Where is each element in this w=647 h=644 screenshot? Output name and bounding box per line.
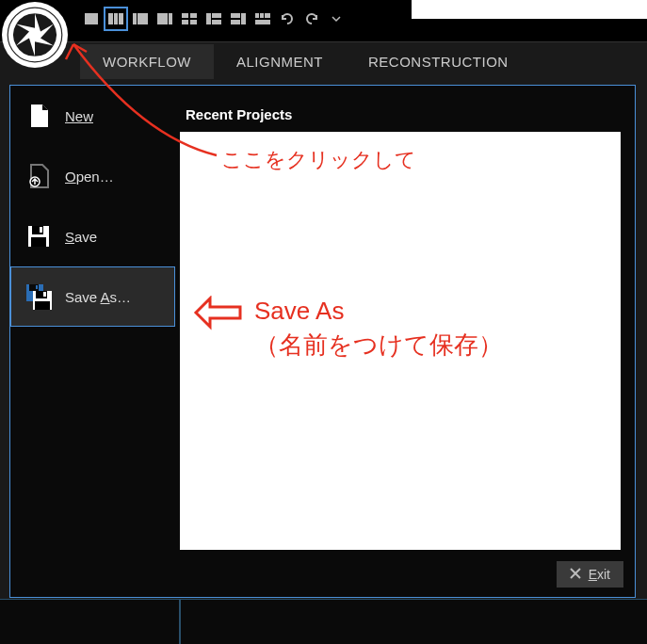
layout-grid-d-icon[interactable]: [251, 8, 274, 30]
svg-rect-8: [182, 13, 188, 18]
svg-rect-19: [260, 13, 264, 18]
menu-item-new[interactable]: New: [10, 86, 175, 146]
recent-projects-list: [180, 132, 621, 550]
tab-workflow[interactable]: WORKFLOW: [80, 44, 214, 79]
app-logo[interactable]: [2, 2, 68, 68]
menu-sidebar: New Open… Save: [10, 86, 175, 597]
exit-button[interactable]: Exit: [557, 561, 623, 588]
layout-3col-icon[interactable]: [105, 8, 127, 30]
close-icon: [570, 567, 581, 582]
svg-rect-12: [206, 13, 211, 24]
tab-alignment[interactable]: ALIGNMENT: [214, 44, 346, 79]
bottom-panel-bg: [0, 599, 647, 644]
menu-item-label: Save As…: [65, 289, 131, 305]
undo-icon[interactable]: [276, 8, 299, 30]
menu-item-save[interactable]: Save: [10, 206, 175, 266]
svg-rect-18: [255, 13, 259, 18]
svg-rect-21: [255, 20, 270, 24]
menu-item-label: Save: [65, 229, 97, 245]
layout-single-icon[interactable]: [80, 8, 103, 30]
svg-rect-0: [85, 13, 98, 24]
layout-2col-left-icon[interactable]: [129, 8, 152, 30]
save-as-icon: [25, 283, 52, 310]
svg-rect-27: [31, 237, 46, 247]
new-file-icon: [25, 103, 52, 129]
svg-rect-4: [133, 13, 137, 24]
svg-rect-2: [114, 13, 118, 24]
svg-rect-30: [36, 285, 38, 289]
svg-rect-11: [190, 20, 197, 24]
aperture-icon: [7, 7, 63, 63]
svg-rect-5: [137, 13, 148, 24]
layout-grid-a-icon[interactable]: [178, 8, 201, 30]
menu-item-open[interactable]: Open…: [10, 146, 175, 206]
svg-rect-26: [40, 227, 42, 233]
svg-rect-13: [212, 13, 221, 18]
recent-projects-title: Recent Projects: [180, 95, 621, 132]
svg-rect-10: [182, 20, 188, 24]
top-white-strip: [412, 0, 647, 19]
layout-grid-b-icon[interactable]: [202, 8, 225, 30]
svg-rect-9: [190, 13, 197, 18]
svg-rect-14: [212, 20, 221, 24]
exit-label: Exit: [589, 567, 610, 582]
svg-rect-20: [265, 13, 270, 18]
svg-rect-3: [119, 13, 123, 24]
dropdown-arrow-icon[interactable]: [325, 8, 348, 30]
ribbon-tabs: WORKFLOW ALIGNMENT RECONSTRUCTION: [80, 42, 647, 80]
svg-rect-33: [43, 292, 46, 297]
svg-rect-17: [241, 13, 246, 24]
svg-rect-16: [231, 20, 240, 24]
menu-item-label: Open…: [65, 169, 114, 185]
svg-rect-15: [231, 13, 240, 18]
menu-item-save-as[interactable]: Save As…: [10, 266, 175, 327]
tab-reconstruction[interactable]: RECONSTRUCTION: [346, 44, 531, 79]
layout-grid-c-icon[interactable]: [227, 8, 250, 30]
redo-icon[interactable]: [300, 8, 323, 30]
svg-rect-1: [108, 13, 113, 24]
svg-rect-7: [169, 13, 172, 24]
recent-projects-panel: Recent Projects: [180, 95, 621, 550]
layout-toolbar: [80, 8, 348, 30]
open-file-icon: [25, 163, 52, 189]
layout-2col-right-icon[interactable]: [154, 8, 176, 30]
svg-rect-34: [35, 301, 50, 310]
menu-item-label: New: [65, 108, 93, 124]
svg-rect-6: [157, 13, 168, 24]
save-icon: [25, 223, 52, 250]
application-menu: New Open… Save: [9, 85, 636, 598]
